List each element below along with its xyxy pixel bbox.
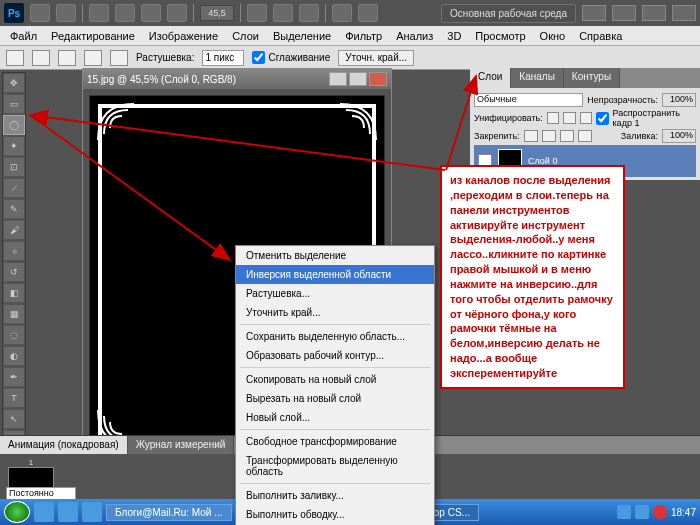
menu-image[interactable]: Изображение (143, 28, 224, 44)
menu-edit[interactable]: Редактирование (45, 28, 141, 44)
propagate-checkbox[interactable]: Распространить кадр 1 (596, 108, 696, 128)
context-menu-item[interactable]: Свободное трансформирование (236, 432, 434, 451)
menu-separator (240, 324, 430, 325)
tool-palette: ✥ ▭ ◯ ✦ ⊡ ⟋ ✎ 🖌 ⟐ ↺ ◧ ▦ ◌ ◐ ✒ T ↖ ▢ ⬚ ✋ (2, 72, 26, 493)
bridge-button[interactable] (30, 4, 50, 22)
unify-style-icon[interactable] (580, 112, 593, 124)
dodge-tool[interactable]: ◐ (3, 346, 25, 366)
selection-subtract-icon[interactable] (84, 50, 102, 66)
menu-3d[interactable]: 3D (441, 28, 467, 44)
marquee-tool[interactable]: ▭ (3, 94, 25, 114)
tray-icon[interactable] (617, 505, 631, 519)
lock-transparency-icon[interactable] (524, 130, 538, 142)
selection-intersect-icon[interactable] (110, 50, 128, 66)
menu-window[interactable]: Окно (534, 28, 572, 44)
maximize-button[interactable] (642, 5, 666, 21)
screen-mode-button[interactable] (358, 4, 378, 22)
context-menu-item[interactable]: Вырезать на новый слой (236, 389, 434, 408)
context-menu-item[interactable]: Уточнить край... (236, 303, 434, 322)
view-rulers-button[interactable] (115, 4, 135, 22)
selection-new-icon[interactable] (32, 50, 50, 66)
gradient-tool[interactable]: ▦ (3, 304, 25, 324)
magic-wand-tool[interactable]: ✦ (3, 136, 25, 156)
view-extras-button[interactable] (89, 4, 109, 22)
pen-tool[interactable]: ✒ (3, 367, 25, 387)
view-guides-button[interactable] (141, 4, 161, 22)
context-menu-item[interactable]: Выполнить обводку... (236, 505, 434, 524)
type-tool[interactable]: T (3, 388, 25, 408)
start-button[interactable] (4, 501, 30, 523)
eraser-tool[interactable]: ◧ (3, 283, 25, 303)
minibridge-button[interactable] (56, 4, 76, 22)
taskbar-item[interactable]: Блоги@Mail.Ru: Мой ... (106, 504, 232, 521)
feather-input[interactable] (202, 50, 244, 66)
lock-all-icon[interactable] (578, 130, 592, 142)
opacity-input[interactable]: 100% (662, 93, 696, 107)
doc-minimize-button[interactable] (329, 72, 347, 86)
context-menu-item[interactable]: Образовать рабочий контур... (236, 346, 434, 365)
brush-tool[interactable]: 🖌 (3, 220, 25, 240)
quicklaunch-icon[interactable] (82, 502, 102, 522)
healing-brush-tool[interactable]: ✎ (3, 199, 25, 219)
tab-paths[interactable]: Контуры (564, 68, 620, 88)
history-brush-tool[interactable]: ↺ (3, 262, 25, 282)
blur-tool[interactable]: ◌ (3, 325, 25, 345)
tab-measurement-log[interactable]: Журнал измерений (128, 436, 235, 454)
menu-view[interactable]: Просмотр (469, 28, 531, 44)
divider (193, 4, 194, 22)
csLive-button[interactable] (582, 5, 606, 21)
unify-pos-icon[interactable] (547, 112, 560, 124)
tray-icon[interactable] (635, 505, 649, 519)
doc-close-button[interactable] (369, 72, 387, 86)
antialias-checkbox[interactable]: Сглаживание (252, 51, 330, 64)
crop-tool[interactable]: ⊡ (3, 157, 25, 177)
system-tray[interactable]: 18:47 (617, 505, 696, 519)
context-menu-item[interactable]: Отменить выделение (236, 246, 434, 265)
rotate-view-button[interactable] (299, 4, 319, 22)
tab-layers[interactable]: Слои (470, 68, 511, 88)
lasso-tool[interactable]: ◯ (3, 115, 25, 135)
path-selection-tool[interactable]: ↖ (3, 409, 25, 429)
tray-icon[interactable] (653, 505, 667, 519)
menu-layers[interactable]: Слои (226, 28, 265, 44)
fill-input[interactable]: 100% (662, 129, 696, 143)
move-tool[interactable]: ✥ (3, 73, 25, 93)
document-titlebar[interactable]: 15.jpg @ 45,5% (Слой 0, RGB/8) (83, 69, 391, 89)
menu-help[interactable]: Справка (573, 28, 628, 44)
tab-animation[interactable]: Анимация (покадровая) (0, 436, 128, 454)
tab-channels[interactable]: Каналы (511, 68, 564, 88)
quicklaunch-icon[interactable] (58, 502, 78, 522)
hand-tool-button[interactable] (247, 4, 267, 22)
clock[interactable]: 18:47 (671, 507, 696, 518)
menu-file[interactable]: Файл (4, 28, 43, 44)
context-menu-item[interactable]: Трансформировать выделенную область (236, 451, 434, 481)
context-menu-item[interactable]: Скопировать на новый слой (236, 370, 434, 389)
lock-position-icon[interactable] (560, 130, 574, 142)
workspace-switcher[interactable]: Основная рабочая среда (441, 4, 576, 23)
context-menu-item[interactable]: Сохранить выделенную область... (236, 327, 434, 346)
zoom-tool-button[interactable] (273, 4, 293, 22)
unify-vis-icon[interactable] (563, 112, 576, 124)
context-menu-item[interactable]: Растушевка... (236, 284, 434, 303)
quicklaunch-icon[interactable] (34, 502, 54, 522)
view-grid-button[interactable] (167, 4, 187, 22)
selection-add-icon[interactable] (58, 50, 76, 66)
doc-maximize-button[interactable] (349, 72, 367, 86)
refine-edge-button[interactable]: Уточн. край... (338, 50, 414, 66)
blend-mode-select[interactable]: Обычные (474, 93, 583, 107)
arrange-docs-button[interactable] (332, 4, 352, 22)
zoom-level-input[interactable]: 45,5 (200, 5, 234, 21)
close-button[interactable] (672, 5, 696, 21)
menu-filter[interactable]: Фильтр (339, 28, 388, 44)
context-menu-item[interactable]: Новый слой... (236, 408, 434, 427)
antialias-check[interactable] (252, 51, 265, 64)
menu-separator (240, 483, 430, 484)
minimize-button[interactable] (612, 5, 636, 21)
clone-stamp-tool[interactable]: ⟐ (3, 241, 25, 261)
context-menu-item[interactable]: Инверсия выделенной области (236, 265, 434, 284)
menu-select[interactable]: Выделение (267, 28, 337, 44)
menu-analysis[interactable]: Анализ (390, 28, 439, 44)
eyedropper-tool[interactable]: ⟋ (3, 178, 25, 198)
context-menu-item[interactable]: Выполнить заливку... (236, 486, 434, 505)
lock-pixels-icon[interactable] (542, 130, 556, 142)
